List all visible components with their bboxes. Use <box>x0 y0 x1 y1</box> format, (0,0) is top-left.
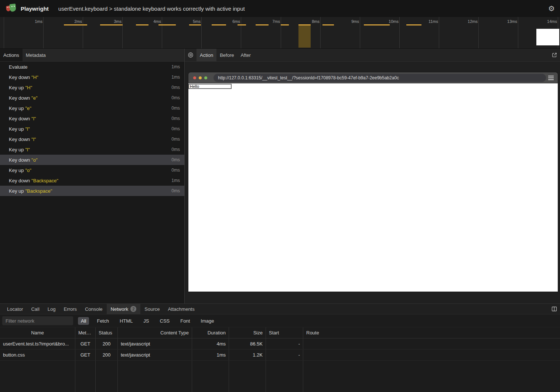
action-list: Evaluate 1ms Key down"H" 1ms Key up"H" 0… <box>0 62 184 303</box>
page-text-input[interactable] <box>188 84 232 89</box>
open-snapshot-button[interactable] <box>549 49 560 61</box>
actions-tab[interactable]: Actions <box>0 49 23 61</box>
app-header: Playwright userEvent.keyboard > standalo… <box>0 0 560 17</box>
test-title: userEvent.keyboard > standalone keyboard… <box>58 6 245 12</box>
cell-start: - <box>266 350 303 360</box>
details-tab[interactable]: Network 2 <box>107 304 141 314</box>
timeline-action-bar <box>64 24 87 25</box>
action-duration: 1ms <box>171 178 180 183</box>
timeline-tick: 8ms <box>320 17 321 48</box>
network-column-header: Route <box>303 327 560 338</box>
network-type-chip[interactable]: Image <box>198 317 217 325</box>
timeline-tick-label: 2ms <box>74 19 82 24</box>
details-tab[interactable]: Log <box>44 304 60 314</box>
details-tab[interactable]: Attachments <box>164 304 198 314</box>
action-row[interactable]: Key down"l" 0ms <box>0 134 184 144</box>
screenshot-thumbnail <box>536 29 559 45</box>
timeline-selection[interactable] <box>298 24 311 48</box>
cell-size: 86.5K <box>229 338 266 349</box>
cell-content-type: text/javascript <box>118 350 192 360</box>
action-row[interactable]: Key down"H" 1ms <box>0 72 184 82</box>
network-row[interactable]: userEvent.test.ts?import&bro... GET 200 … <box>0 338 560 350</box>
action-row[interactable]: Key up"H" 0ms <box>0 82 184 93</box>
network-type-chip[interactable]: Font <box>177 317 193 325</box>
network-type-chip[interactable]: Fetch <box>94 317 112 325</box>
details-tab[interactable]: Source <box>140 304 164 314</box>
cell-start: - <box>266 338 303 349</box>
timeline-tick-label: 3ms <box>114 19 122 24</box>
network-type-chip[interactable]: JS <box>140 317 152 325</box>
snapshot-tab[interactable]: Before <box>216 49 237 61</box>
network-column-header: Duration <box>192 327 229 338</box>
action-row[interactable]: Evaluate 1ms <box>0 62 184 72</box>
details-tab[interactable]: Call <box>27 304 43 314</box>
network-row[interactable]: button.css GET 200 text/javascript 1ms 1… <box>0 350 560 361</box>
timeline-tick-label: 13ms <box>507 19 517 24</box>
action-row[interactable]: Key up"l" 0ms <box>0 124 184 134</box>
external-link-icon <box>552 52 557 58</box>
action-label: Key down <box>9 157 30 163</box>
action-key-value: "H" <box>25 85 32 90</box>
details-tab[interactable]: Console <box>81 304 107 314</box>
timeline-tick: 10ms <box>399 17 400 48</box>
settings-gear-icon[interactable]: ⚙ <box>548 5 555 12</box>
timeline-action-bar <box>256 24 269 25</box>
network-type-chip[interactable]: All <box>78 317 89 325</box>
timeline-tick: 12ms <box>478 17 479 48</box>
action-label: Key down <box>9 178 30 183</box>
timeline[interactable]: 1ms 2ms 3ms 4ms 5ms 6ms <box>0 17 560 49</box>
snapshot-tab[interactable]: Action <box>197 49 216 61</box>
snapshot-tab[interactable]: After <box>237 49 254 61</box>
details-tab[interactable]: Errors <box>59 304 81 314</box>
maximize-dot-icon <box>204 76 207 79</box>
action-row[interactable]: Key down"l" 0ms <box>0 113 184 124</box>
action-row[interactable]: Key up"o" 0ms <box>0 165 184 175</box>
action-duration: 1ms <box>171 75 180 80</box>
action-row[interactable]: Key down"e" 0ms <box>0 93 184 103</box>
network-type-chip[interactable]: HTML <box>117 317 136 325</box>
page-url: http://127.0.0.1:63315/__vitest_test__/?… <box>218 75 399 80</box>
action-row[interactable]: Key up"Backspace" 0ms <box>0 186 184 196</box>
action-key-value: "o" <box>31 157 37 163</box>
address-bar: http://127.0.0.1:63315/__vitest_test__/?… <box>214 74 546 82</box>
pick-locator-button[interactable] <box>185 49 197 61</box>
timeline-action-bar <box>212 24 226 25</box>
action-key-value: "l" <box>25 147 30 152</box>
snapshot-pane: Action Before After <box>185 49 560 303</box>
details-tab[interactable]: Locator <box>3 304 27 314</box>
network-column-header: Size <box>229 327 266 338</box>
cell-size: 1.2K <box>229 350 266 360</box>
action-row[interactable]: Key up"e" 0ms <box>0 103 184 113</box>
target-icon <box>188 52 194 58</box>
cell-route <box>303 338 560 349</box>
actions-tab[interactable]: Metadata <box>23 49 49 61</box>
timeline-tick-label: 9ms <box>351 19 359 24</box>
action-row[interactable]: Key down"Backspace" 1ms <box>0 175 184 186</box>
snapshot-area: http://127.0.0.1:63315/__vitest_test__/?… <box>185 62 560 303</box>
app-title: Playwright <box>21 6 49 12</box>
details-panel: Locator Call Log Errors <box>0 303 560 392</box>
action-key-value: "l" <box>31 116 36 121</box>
network-filter-input[interactable] <box>2 316 73 325</box>
action-label: Key down <box>9 116 30 121</box>
timeline-tick-label: 6ms <box>232 19 240 24</box>
action-duration: 0ms <box>171 168 180 173</box>
action-key-value: "o" <box>25 168 31 173</box>
action-key-value: "l" <box>31 137 36 142</box>
cell-name: userEvent.test.ts?import&bro... <box>0 338 75 349</box>
action-row[interactable]: Key up"l" 0ms <box>0 144 184 155</box>
snapshot-tabs: Action Before After <box>197 49 254 61</box>
snapshot-tabbar: Action Before After <box>185 49 560 62</box>
action-row[interactable]: Key down"o" 0ms <box>0 155 184 165</box>
timeline-action-bar <box>100 24 123 25</box>
action-duration: 0ms <box>171 147 180 152</box>
action-key-value: "H" <box>31 75 38 80</box>
timeline-tick: 4ms <box>162 17 162 48</box>
timeline-action-bar <box>322 24 334 25</box>
trace-viewer: Playwright userEvent.keyboard > standalo… <box>0 0 560 392</box>
toggle-layout-button[interactable] <box>549 304 560 314</box>
network-type-chip[interactable]: CSS <box>157 317 173 325</box>
network-column-header: Status <box>96 327 118 338</box>
timeline-action-bar <box>189 24 201 25</box>
playwright-logo-icon <box>5 3 16 14</box>
